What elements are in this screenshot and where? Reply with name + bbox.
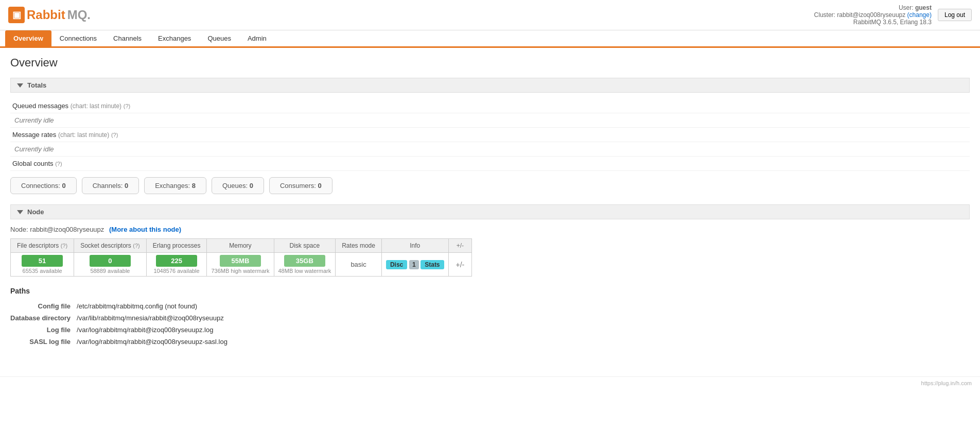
col-rates-mode: Rates mode <box>336 239 382 253</box>
col-info: Info <box>381 239 448 253</box>
logout-button[interactable]: Log out <box>938 9 972 21</box>
exchanges-label: Exchanges: <box>155 182 192 189</box>
file-desc-value: 51 <box>22 255 63 267</box>
node-detail-link[interactable]: (More about this node) <box>109 226 181 233</box>
paths-title: Paths <box>10 287 970 295</box>
col-erlang-proc: Erlang processes <box>146 239 207 253</box>
paths-section: Paths Config file /etc/rabbitmq/rabbitmq… <box>10 287 970 348</box>
logo-rabbit: Rabbit <box>27 8 65 22</box>
cluster-label: Cluster: <box>814 11 835 19</box>
consumers-badge[interactable]: Consumers: 0 <box>269 177 332 194</box>
database-dir-label: Database directory <box>10 312 77 324</box>
socket-desc-cell: 0 58889 available <box>74 253 147 277</box>
logo-icon: ▣ <box>8 7 25 23</box>
channels-badge[interactable]: Channels: 0 <box>82 177 139 194</box>
message-rates-help[interactable]: (?) <box>111 132 118 138</box>
config-file-label: Config file <box>10 300 77 312</box>
message-rates-row: Message rates (chart: last minute) (?) <box>10 128 970 142</box>
exchanges-value: 8 <box>192 182 196 189</box>
currently-idle-1-row: Currently idle <box>10 113 970 128</box>
nav-exchanges[interactable]: Exchanges <box>150 30 199 46</box>
footer-link[interactable]: https://plug.in/h.com <box>921 380 972 386</box>
global-counts-row: Global counts (?) <box>10 157 970 171</box>
totals-section-content: Queued messages (chart: last minute) (?)… <box>10 99 970 194</box>
global-counts-help[interactable]: (?) <box>55 161 62 167</box>
nav-connections[interactable]: Connections <box>51 30 105 46</box>
nav-queues[interactable]: Queues <box>199 30 239 46</box>
file-desc-sub: 65535 available <box>15 268 69 274</box>
node-section-content: Node: rabbit@izoq008ryseuupz (More about… <box>10 226 970 348</box>
log-file-value: /var/log/rabbitmq/rabbit@izoq008ryseuupz… <box>77 324 227 336</box>
sasl-log-file-row: SASL log file /var/log/rabbitmq/rabbit@i… <box>10 336 227 348</box>
counts-row: Connections: 0 Channels: 0 Exchanges: 8 … <box>10 177 970 194</box>
nav-bar: Overview Connections Channels Exchanges … <box>0 30 980 48</box>
channels-label: Channels: <box>93 182 125 189</box>
log-file-row: Log file /var/log/rabbitmq/rabbit@izoq00… <box>10 324 227 336</box>
queues-value: 0 <box>250 182 253 189</box>
totals-collapse-icon <box>17 83 23 88</box>
rates-mode-value: basic <box>351 261 366 268</box>
queues-badge[interactable]: Queues: 0 <box>212 177 264 194</box>
database-dir-row: Database directory /var/lib/rabbitmq/mne… <box>10 312 227 324</box>
node-section-title: Node <box>27 208 44 216</box>
version-info: RabbitMQ 3.6.5, Erlang 18.3 <box>853 19 932 26</box>
erlang-proc-sub: 1048576 available <box>151 268 203 274</box>
connections-badge[interactable]: Connections: 0 <box>10 177 77 194</box>
database-dir-value: /var/lib/rabbitmq/mnesia/rabbit@izoq008r… <box>77 312 227 324</box>
user-name: guest <box>915 4 932 11</box>
col-file-desc: File descriptors (?) <box>11 239 74 253</box>
plus-minus-control[interactable]: +/- <box>453 261 468 269</box>
main-content: Overview Totals Queued messages (chart: … <box>0 48 980 366</box>
erlang-proc-cell: 225 1048576 available <box>146 253 207 277</box>
memory-cell: 55MB 736MB high watermark <box>207 253 274 277</box>
socket-desc-help[interactable]: (?) <box>133 243 139 249</box>
nav-channels[interactable]: Channels <box>105 30 150 46</box>
logo: ▣ RabbitMQ. <box>8 7 91 23</box>
header-info: User: guest Cluster: rabbit@izoq008ryseu… <box>814 4 932 26</box>
queued-messages-label: Queued messages <box>12 102 68 110</box>
node-name: rabbit@izoq008ryseuupz <box>30 226 104 233</box>
message-rates-label: Message rates <box>12 131 56 139</box>
one-badge: 1 <box>409 260 419 269</box>
node-subtitle: Node: rabbit@izoq008ryseuupz (More about… <box>10 226 970 233</box>
currently-idle-1: Currently idle <box>12 114 56 126</box>
currently-idle-2: Currently idle <box>12 143 56 155</box>
col-socket-desc: Socket descriptors (?) <box>74 239 147 253</box>
exchanges-badge[interactable]: Exchanges: 8 <box>144 177 206 194</box>
consumers-value: 0 <box>318 182 322 189</box>
rates-mode-cell: basic <box>336 253 382 277</box>
paths-table: Config file /etc/rabbitmq/rabbitmq.confi… <box>10 300 227 348</box>
global-counts-label: Global counts <box>12 160 54 167</box>
cluster-change-link[interactable]: (change) <box>907 11 932 19</box>
nav-overview[interactable]: Overview <box>5 30 51 46</box>
info-cell: Disc 1 Stats <box>381 253 448 277</box>
totals-section-header[interactable]: Totals <box>10 78 970 93</box>
disk-value: 35GB <box>284 255 325 267</box>
col-plus-minus[interactable]: +/- <box>448 239 472 253</box>
plus-minus-cell[interactable]: +/- <box>448 253 472 277</box>
stats-badge[interactable]: Stats <box>421 260 444 269</box>
config-file-row: Config file /etc/rabbitmq/rabbitmq.confi… <box>10 300 227 312</box>
socket-desc-value: 0 <box>90 255 131 267</box>
disk-cell: 35GB 48MB low watermark <box>274 253 336 277</box>
header: ▣ RabbitMQ. User: guest Cluster: rabbit@… <box>0 0 980 30</box>
memory-value: 55MB <box>220 255 261 267</box>
nav-admin[interactable]: Admin <box>239 30 275 46</box>
disc-badge[interactable]: Disc <box>386 260 407 269</box>
memory-sub: 736MB high watermark <box>211 268 269 274</box>
file-desc-help[interactable]: (?) <box>61 243 67 249</box>
socket-desc-sub: 58889 available <box>78 268 142 274</box>
erlang-proc-value: 225 <box>156 255 197 267</box>
page-title: Overview <box>10 56 970 70</box>
cluster-name: rabbit@izoq008ryseuupz <box>837 11 905 19</box>
queued-messages-help[interactable]: (?) <box>124 103 130 109</box>
sasl-log-file-label: SASL log file <box>10 336 77 348</box>
message-rates-hint: (chart: last minute) <box>58 131 109 139</box>
consumers-label: Consumers: <box>280 182 318 189</box>
file-desc-cell: 51 65535 available <box>11 253 74 277</box>
node-table: File descriptors (?) Socket descriptors … <box>10 238 472 277</box>
sasl-log-file-value: /var/log/rabbitmq/rabbit@izoq008ryseuupz… <box>77 336 227 348</box>
user-label: User: <box>899 4 914 11</box>
channels-value: 0 <box>125 182 128 189</box>
node-section-header[interactable]: Node <box>10 204 970 219</box>
